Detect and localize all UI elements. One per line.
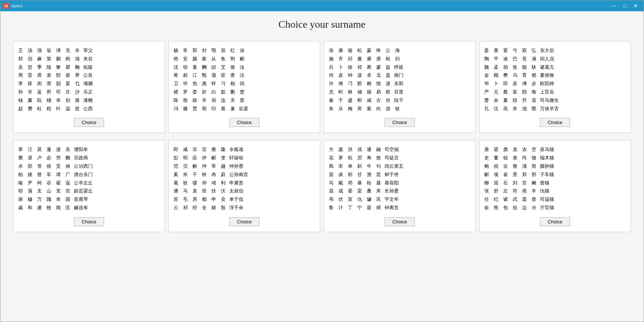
surname-grid: 张康骆松蒙终公海施齐邱糜屠庾桓归吕卜徐祁蔺廖益呼延何皮钟汲卓戈盖南门许傅刁斳赖慎… [328, 47, 472, 112]
surname-item: 米 [182, 171, 188, 179]
surname-item: 咸 [182, 146, 188, 154]
surname-item: 耿 [530, 64, 537, 71]
surname-item: 牧 [45, 204, 52, 212]
choice-button[interactable]: Choice [229, 217, 259, 226]
surname-item: 宰父 [83, 47, 93, 55]
surname-item: 贺 [27, 64, 33, 71]
surname-item: 变 [220, 154, 226, 162]
surname-item: 祁 [356, 64, 363, 71]
surname-panel: 杨常郭封鄂容红涂韩安颜家从鱼荆郦沈邬童麴邰艾後汝蒋郝江甄蒲宦查法卫毕危惠怀习相闾… [168, 41, 320, 133]
surname-item: 颜 [191, 55, 198, 63]
surname-item: 糜 [356, 55, 363, 63]
surname-row: 赵费杜程叶温曾公西 [17, 105, 161, 113]
surname-item: 庾 [375, 55, 382, 63]
choice-button[interactable]: Choice [385, 217, 414, 226]
surname-item: 方 [328, 146, 334, 154]
surname-item: 淳于余 [229, 204, 243, 212]
surname-item: 顾 [493, 72, 499, 79]
surname-item: 宋 [337, 163, 344, 170]
surname-item: 必 [45, 154, 52, 162]
surname-item: 敖 [375, 154, 382, 162]
surname-item: 王 [17, 47, 24, 55]
surname-item: 柯 [36, 179, 43, 187]
surname-item: 昌 [328, 187, 334, 195]
surname-item: 能 [521, 64, 528, 71]
surname-item: 容 [220, 47, 226, 55]
surname-item: 隗 [45, 196, 52, 203]
surname-item: 益 [385, 64, 391, 71]
surname-item: 董 [493, 154, 499, 162]
surname-row: 章汪莫蓬逯东濮阳牟 [17, 146, 161, 154]
surname-item: 成 [337, 187, 344, 195]
surname-item: 农 [521, 146, 528, 154]
surname-item: 寿 [366, 154, 372, 162]
surname-item: 昆 [375, 171, 382, 179]
surname-item: 简 [530, 163, 537, 170]
surname-item: 龚 [502, 146, 509, 154]
surname-item: 封 [201, 47, 207, 55]
surname-item: 邬 [182, 64, 188, 71]
minimize-button[interactable]: ─ [609, 2, 619, 9]
surname-item: 汪 [27, 146, 33, 154]
surname-item: 吉 [502, 163, 509, 170]
surname-item: 闻 [55, 204, 61, 212]
surname-item: 尤 [328, 88, 334, 96]
surname-item: 丰 [74, 47, 80, 55]
surname-item: 师 [375, 204, 382, 212]
choice-button[interactable]: Choice [74, 217, 104, 226]
surname-item: 仲 [201, 163, 207, 170]
surname-item: 包 [502, 204, 509, 212]
surname-row: 水邵管侯贡禄公治西门 [17, 163, 161, 170]
surname-item: 孙 [17, 88, 24, 96]
surname-item: 索 [366, 105, 372, 113]
surname-panel: 王汤强翁溥充丰宰父郑倪麻荣蒯阎须夹谷吴贺季陆黎瞿鞠拓跋周雷席裴郜柴养公良李薛闵滑… [13, 41, 165, 133]
surname-item: 贝 [182, 163, 188, 170]
surname-item: 姬 [210, 204, 217, 212]
surname-item: 贾 [191, 105, 198, 113]
surname-item: 宇文年 [385, 196, 399, 203]
surname-item: 广 [64, 171, 71, 179]
surname-item: 莫 [36, 146, 43, 154]
surname-item: 宗 [191, 146, 198, 154]
surname-item: 郑 [521, 171, 528, 179]
surname-item: 罗 [182, 88, 188, 96]
choice-button[interactable]: Choice [74, 118, 104, 127]
surname-item: 欧阳帅 [540, 80, 554, 88]
choice-button[interactable]: Choice [385, 118, 414, 127]
surname-row: 彭明应伊郦变轩辕哈 [172, 154, 316, 162]
surname-item: 昜 [366, 204, 372, 212]
surname-item: 万 [36, 196, 43, 203]
surname-row: 苏毛房都申殳单于侃 [172, 196, 316, 203]
surname-row: 鲍祝吉詹浦简颜孙猫 [483, 163, 627, 170]
maximize-button[interactable]: □ [620, 2, 630, 9]
surname-item: 公西 [83, 105, 93, 113]
surname-item: 乔 [521, 97, 528, 104]
surname-item: 储 [356, 88, 363, 96]
choice-button[interactable]: Choice [540, 217, 570, 226]
surname-item: 洪 [347, 146, 353, 154]
surname-item: 桑 [366, 187, 372, 195]
surname-item: 郁 [347, 171, 353, 179]
surname-item: 谈 [337, 171, 344, 179]
surname-item: 濮阳牟 [74, 146, 88, 154]
close-button[interactable]: ✕ [631, 2, 641, 9]
surname-item: 何 [328, 72, 334, 79]
surname-item: 武 [512, 196, 518, 203]
surname-item: 司马微生 [540, 97, 559, 104]
surname-item: 时 [337, 88, 344, 96]
surname-item: 都 [201, 196, 207, 203]
surname-item: 陆 [45, 64, 52, 71]
surname-item: 赫连有 [74, 204, 88, 212]
surname-grid: 郎咸宗宫雍隆令狐谯彭明应伊郦变轩辕哈范贝解仲宰越仲孙墨奚米干秋冉蔚公孙南宫葛狄缪… [172, 146, 316, 211]
surname-item: 汤 [27, 47, 33, 55]
choice-button[interactable]: Choice [229, 118, 259, 127]
surname-item: 季 [36, 64, 43, 71]
surname-row: 柏姚督车谭广澹台东门 [17, 171, 161, 179]
surname-item: 蔡 [502, 88, 509, 96]
surname-item: 茹 [220, 88, 226, 96]
surname-item: 仲孙墨 [229, 163, 243, 170]
surname-item: 涂 [239, 47, 245, 55]
surname-item: 太叔伯 [229, 187, 243, 195]
surname-item: 管 [36, 163, 43, 170]
choice-button[interactable]: Choice [540, 118, 570, 127]
